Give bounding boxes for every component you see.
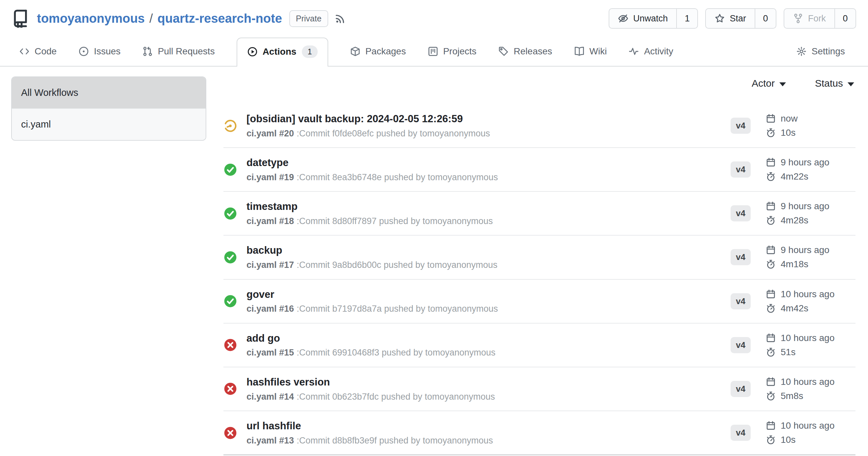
calendar-icon <box>766 114 776 124</box>
check-icon <box>223 294 237 308</box>
check-icon <box>223 251 237 264</box>
tab-wiki[interactable]: Wiki <box>574 46 607 66</box>
workflow-run-row[interactable]: backup ci.yaml #17:Commit 9a8bd6b00c pus… <box>223 236 856 280</box>
run-meta: ci.yaml #15:Commit 69910468f3 pushed by … <box>247 347 496 358</box>
run-times: 9 hours ago 4m22s <box>766 157 856 182</box>
run-commit-text: :Commit f0fde08efc pushed by tomoyanonym… <box>297 129 490 138</box>
run-title[interactable]: url hashfile <box>247 420 493 433</box>
run-status-icon <box>223 119 237 133</box>
run-commit-text: :Commit d8b8fb3e9f pushed by tomoyanonym… <box>297 435 493 446</box>
run-commit-text: :Commit 0b623b7fdc pushed by tomoyanonym… <box>297 392 495 402</box>
run-time: 9 hours ago <box>781 201 830 211</box>
repo-header: tomoyanonymous / quartz-research-note Pr… <box>0 0 868 32</box>
workflow-run-row[interactable]: add go ci.yaml #15:Commit 69910468f3 pus… <box>223 324 856 367</box>
spinner-icon <box>223 119 237 133</box>
fork-icon <box>793 13 803 24</box>
repo-owner-link[interactable]: tomoyanonymous <box>37 11 145 26</box>
issue-icon <box>79 46 89 57</box>
run-workflow-ref[interactable]: ci.yaml #14 <box>247 392 294 402</box>
run-time: 9 hours ago <box>781 157 830 168</box>
run-workflow-ref[interactable]: ci.yaml #18 <box>247 216 294 226</box>
workflow-run-row[interactable]: timestamp ci.yaml #18:Commit 8d80ff7897 … <box>223 192 856 236</box>
run-workflow-ref[interactable]: ci.yaml #13 <box>247 435 294 446</box>
run-workflow-ref[interactable]: ci.yaml #17 <box>247 260 294 270</box>
run-duration: 10s <box>781 128 796 138</box>
tab-projects[interactable]: Projects <box>428 46 476 66</box>
unwatch-button[interactable]: Unwatch 1 <box>609 8 698 29</box>
calendar-icon <box>766 333 776 343</box>
calendar-icon <box>766 421 776 431</box>
workflow-run-row[interactable]: [obsidian] vault backup: 2024-02-05 12:2… <box>223 104 856 148</box>
tab-activity[interactable]: Activity <box>628 46 673 66</box>
workflow-run-row[interactable]: datetype ci.yaml #19:Commit 8ea3b6748e p… <box>223 148 856 192</box>
run-status-icon <box>223 206 237 220</box>
run-workflow-ref[interactable]: ci.yaml #20 <box>247 129 294 138</box>
fork-count[interactable]: 0 <box>834 9 856 28</box>
fork-button[interactable]: Fork 0 <box>784 8 856 29</box>
star-button[interactable]: Star 0 <box>705 8 776 29</box>
check-icon <box>223 163 237 176</box>
star-label: Star <box>730 13 746 24</box>
tab-settings[interactable]: Settings <box>796 46 845 66</box>
run-times: now 10s <box>766 113 856 138</box>
run-title[interactable]: datetype <box>247 157 498 169</box>
run-title[interactable]: add go <box>247 332 496 345</box>
check-icon <box>223 206 237 220</box>
repo-action-buttons: Unwatch 1 Star 0 Fork 0 <box>609 8 856 29</box>
run-version-badge: v4 <box>731 293 751 310</box>
run-title[interactable]: backup <box>247 244 497 257</box>
run-time: 10 hours ago <box>781 420 834 431</box>
run-workflow-ref[interactable]: ci.yaml #19 <box>247 172 294 182</box>
workflow-run-row[interactable]: hashfiles version ci.yaml #14:Commit 0b6… <box>223 367 856 411</box>
actions-count-badge: 1 <box>302 45 317 58</box>
run-version-badge: v4 <box>731 118 751 134</box>
sidebar-item-all-workflows[interactable]: All Workflows <box>12 77 206 108</box>
calendar-icon <box>766 245 776 255</box>
caret-down-icon <box>847 83 854 86</box>
tab-releases[interactable]: Releases <box>498 46 552 66</box>
status-filter-dropdown[interactable]: Status <box>815 78 854 89</box>
run-duration: 51s <box>781 347 796 357</box>
tab-code[interactable]: Code <box>19 46 57 66</box>
workflow-run-row[interactable]: gover ci.yaml #16:Commit b7197d8a7a push… <box>223 280 856 324</box>
run-duration: 4m42s <box>781 303 808 314</box>
sidebar-item-ci-yaml[interactable]: ci.yaml <box>12 108 206 140</box>
gear-icon <box>796 46 807 57</box>
run-title[interactable]: timestamp <box>247 200 493 213</box>
repo-tab-nav: Code Issues Pull Requests Actions 1 Pack… <box>0 38 868 67</box>
run-workflow-ref[interactable]: ci.yaml #15 <box>247 348 294 357</box>
run-meta: ci.yaml #14:Commit 0b623b7fdc pushed by … <box>247 391 495 402</box>
run-status-icon <box>223 251 237 264</box>
repo-name-link[interactable]: quartz-research-note <box>157 11 282 26</box>
run-title[interactable]: hashfiles version <box>247 376 495 389</box>
repo-title: tomoyanonymous / quartz-research-note <box>37 11 282 26</box>
tab-packages[interactable]: Packages <box>350 46 406 66</box>
run-meta: ci.yaml #18:Commit 8d80ff7897 pushed by … <box>247 216 493 226</box>
feed-icon[interactable] <box>335 13 346 24</box>
run-version-badge: v4 <box>731 381 751 397</box>
run-duration: 4m18s <box>781 259 808 269</box>
star-count[interactable]: 0 <box>755 9 776 28</box>
tab-issues[interactable]: Issues <box>79 46 121 66</box>
run-time: now <box>781 113 798 124</box>
run-filters: Actor Status <box>223 76 856 89</box>
run-title[interactable]: gover <box>247 288 498 301</box>
run-duration: 10s <box>781 434 796 445</box>
activity-icon <box>628 46 639 57</box>
actor-filter-dropdown[interactable]: Actor <box>752 78 786 89</box>
stopwatch-icon <box>766 259 776 269</box>
runs-content: Actor Status [obsidian] vault backup: 20… <box>223 76 856 456</box>
workflow-run-row[interactable]: url hashfile ci.yaml #13:Commit d8b8fb3e… <box>223 411 856 455</box>
run-meta: ci.yaml #19:Commit 8ea3b6748e pushed by … <box>247 172 498 183</box>
run-workflow-ref[interactable]: ci.yaml #16 <box>247 304 294 314</box>
pull-request-icon <box>142 46 153 57</box>
watch-count[interactable]: 1 <box>676 9 697 28</box>
stopwatch-icon <box>766 391 776 401</box>
stopwatch-icon <box>766 216 776 225</box>
run-commit-text: :Commit 69910468f3 pushed by tomoyanonym… <box>297 348 495 357</box>
run-title[interactable]: [obsidian] vault backup: 2024-02-05 12:2… <box>247 113 490 126</box>
run-commit-text: :Commit b7197d8a7a pushed by tomoyanonym… <box>297 304 498 314</box>
tab-pull-requests[interactable]: Pull Requests <box>142 46 215 66</box>
tab-actions[interactable]: Actions 1 <box>237 38 328 67</box>
run-version-badge: v4 <box>731 337 751 353</box>
